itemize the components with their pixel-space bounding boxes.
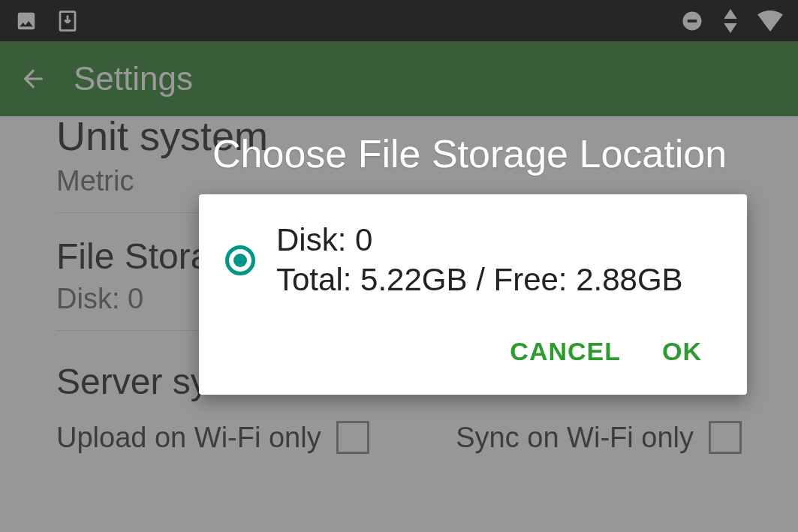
option-line2: Total: 5.22GB / Free: 2.88GB [276, 260, 683, 300]
cancel-button[interactable]: CANCEL [510, 337, 621, 366]
ok-button[interactable]: OK [662, 337, 702, 366]
storage-option-disk-0[interactable]: Disk: 0 Total: 5.22GB / Free: 2.88GB [225, 221, 721, 299]
radio-label: Disk: 0 Total: 5.22GB / Free: 2.88GB [276, 221, 683, 299]
storage-location-dialog: Choose File Storage Location Disk: 0 Tot… [199, 131, 747, 395]
dialog-actions: CANCEL OK [225, 322, 721, 380]
option-line1: Disk: 0 [276, 221, 683, 260]
dialog-title: Choose File Storage Location [199, 131, 747, 194]
dialog-body: Disk: 0 Total: 5.22GB / Free: 2.88GB CAN… [199, 194, 747, 395]
radio-selected-icon[interactable] [225, 245, 255, 275]
